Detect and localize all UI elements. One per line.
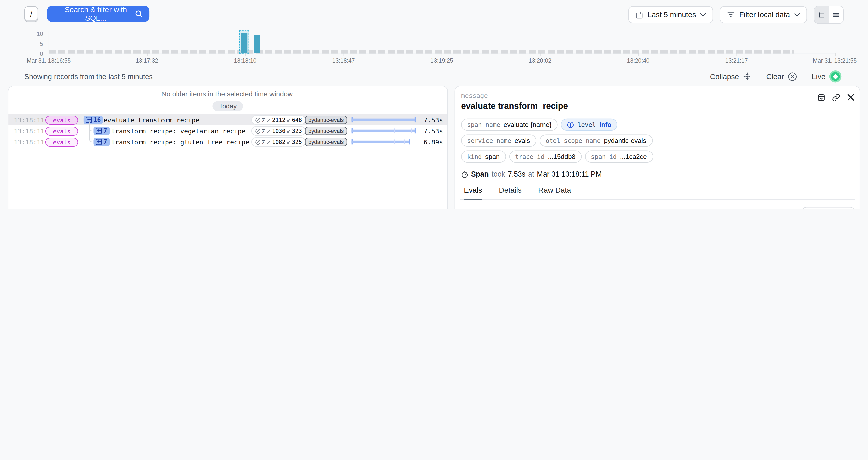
service-badge[interactable]: evals — [45, 127, 78, 135]
expand-children-badge[interactable]: 7 — [93, 138, 109, 146]
detail-tabs: Evals Details Raw Data — [460, 186, 855, 200]
tab-evals[interactable]: Evals — [464, 186, 482, 200]
span-name[interactable]: evaluate transform_recipe — [103, 116, 199, 124]
expand-children-badge[interactable]: 7 — [93, 127, 109, 135]
span-detail-panel: message evaluate transform_recipe — [455, 86, 861, 209]
trace-row[interactable]: 13:18:11 evals 7 transform_recipe: glute… — [8, 136, 447, 147]
tokens-in-arrow-icon: ↗ — [267, 117, 271, 123]
x-axis-tick: 13:19:25 — [431, 57, 453, 64]
scope-badge[interactable]: pydantic-evals — [305, 116, 347, 124]
token-usage-pill[interactable]: Σ ↗2112 ↙648 — [251, 115, 306, 124]
tree-view-icon — [817, 11, 825, 19]
search-placeholder: Search & filter with SQL... — [57, 5, 135, 22]
stopwatch-icon — [461, 170, 468, 178]
collapse-button[interactable]: Collapse — [710, 72, 752, 81]
service-badge[interactable]: evals — [45, 116, 78, 124]
close-icon[interactable] — [847, 93, 855, 111]
scope-badge[interactable]: pydantic-evals — [305, 138, 347, 146]
filter-local-data-button[interactable]: Filter local data — [720, 6, 807, 23]
duration-text: 7.53s — [424, 127, 443, 135]
tokens-out-arrow-icon: ↙ — [286, 139, 291, 145]
chevron-down-icon — [701, 13, 706, 17]
row-timestamp: 13:18:11 — [14, 116, 44, 124]
plus-square-icon — [96, 128, 102, 134]
calendar-icon — [636, 11, 643, 19]
time-range-button[interactable]: Last 5 minutes — [628, 6, 713, 23]
tokens-in-arrow-icon: ↗ — [267, 128, 271, 134]
duration-bar — [352, 139, 410, 144]
info-icon — [567, 121, 575, 128]
plus-square-icon — [96, 139, 102, 144]
span-name[interactable]: transform_recipe: vegetarian_recipe — [111, 127, 245, 135]
clear-circle-x-icon — [788, 72, 797, 81]
trace-row[interactable]: 13:18:11 evals 16 evaluate transform_rec… — [8, 114, 447, 125]
span-name[interactable]: transform_recipe: gluten_free_recipe — [111, 138, 249, 146]
view-mode-toggle — [814, 5, 844, 24]
open-in-panel-icon[interactable] — [817, 93, 825, 111]
row-timestamp: 13:18:11 — [14, 138, 44, 146]
attribute-pill-otel-scope-name[interactable]: otel_scope_name pydantic-evals — [539, 135, 652, 146]
list-view-icon — [832, 11, 840, 19]
span-duration-summary: Span took 7.53s at Mar 31 13:18:11 PM — [460, 170, 855, 178]
row-timestamp: 13:18:11 — [14, 127, 44, 135]
sigma-icon: Σ — [262, 139, 266, 145]
x-axis-tick: 13:18:47 — [332, 57, 355, 64]
token-usage-pill[interactable]: Σ ↗1082 ↙325 — [251, 137, 306, 146]
showing-records-text: Showing records from the last 5 minutes — [24, 72, 153, 81]
level-pill[interactable]: level Info — [561, 119, 618, 131]
tab-raw-data[interactable]: Raw Data — [538, 186, 571, 199]
sigma-icon: Σ — [262, 117, 266, 123]
coin-icon — [255, 117, 261, 123]
token-usage-pill[interactable]: Σ ↗1030 ↙323 — [251, 126, 306, 136]
live-toggle[interactable]: Live — [812, 70, 842, 83]
collapse-icon — [743, 72, 752, 81]
duration-bar — [352, 117, 416, 122]
empty-window-notice: No older items in the selected time wind… — [8, 90, 447, 98]
clear-button[interactable]: Clear — [766, 72, 797, 81]
y-axis-tick: 5 — [22, 40, 43, 47]
tree-view-toggle[interactable] — [814, 6, 829, 23]
x-axis-labels: Mar 31. 13:16:55 13:17:32 13:18:10 13:18… — [49, 57, 835, 65]
time-range-label: Last 5 minutes — [648, 10, 696, 19]
columns-button[interactable]: Columns — [802, 207, 855, 209]
tab-details[interactable]: Details — [499, 186, 522, 199]
duration-text: 7.53s — [424, 116, 443, 124]
detail-title: evaluate transform_recipe — [461, 101, 568, 111]
tokens-out-arrow-icon: ↙ — [286, 128, 291, 134]
coin-icon — [255, 139, 261, 144]
chart-bar[interactable] — [241, 33, 247, 53]
chart-bar[interactable] — [254, 35, 260, 53]
tokens-out-arrow-icon: ↙ — [286, 117, 291, 123]
record-kind-label: message — [461, 92, 568, 100]
attribute-pill-trace-id[interactable]: trace_id ...15ddb8 — [509, 151, 582, 163]
slash-shortcut-key: / — [24, 6, 38, 22]
app-window: / Search & filter with SQL... Last 5 min… — [0, 0, 868, 209]
attribute-pill-service-name[interactable]: service_name evals — [461, 135, 536, 146]
service-badge[interactable]: evals — [45, 138, 78, 146]
tree-connector — [89, 122, 94, 142]
y-axis-tick: 10 — [22, 30, 43, 37]
date-pill: Today — [213, 101, 243, 111]
clear-label: Clear — [766, 72, 784, 80]
search-input[interactable]: Search & filter with SQL... — [47, 5, 149, 22]
x-axis-tick: 13:21:17 — [725, 57, 748, 64]
list-view-toggle[interactable] — [829, 6, 843, 23]
copy-link-icon[interactable] — [832, 93, 840, 111]
attribute-pill-span-name[interactable]: span_name evaluate {name} — [461, 119, 558, 131]
attribute-pill-kind[interactable]: kind span — [461, 151, 505, 163]
live-indicator-icon[interactable] — [829, 70, 841, 83]
timeline-chart[interactable] — [49, 30, 835, 54]
y-axis-tick: 0 — [22, 51, 43, 57]
x-axis-tick: 13:17:32 — [135, 57, 158, 64]
scope-badge[interactable]: pydantic-evals — [305, 127, 347, 135]
duration-bar — [352, 128, 416, 133]
trace-row[interactable]: 13:18:11 evals 7 transform_recipe: veget… — [8, 125, 447, 136]
x-axis-tick: 13:18:10 — [234, 57, 256, 64]
filter-icon — [727, 11, 735, 18]
tokens-in-arrow-icon: ↗ — [267, 139, 271, 145]
live-label: Live — [812, 72, 826, 80]
x-axis-tick: Mar 31. 13:16:55 — [27, 57, 70, 64]
attribute-pill-span-id[interactable]: span_id ...1ca2ce — [585, 151, 653, 163]
x-axis-tick: Mar 31. 13:21:55 — [813, 57, 857, 64]
duration-text: 6.89s — [424, 138, 443, 146]
